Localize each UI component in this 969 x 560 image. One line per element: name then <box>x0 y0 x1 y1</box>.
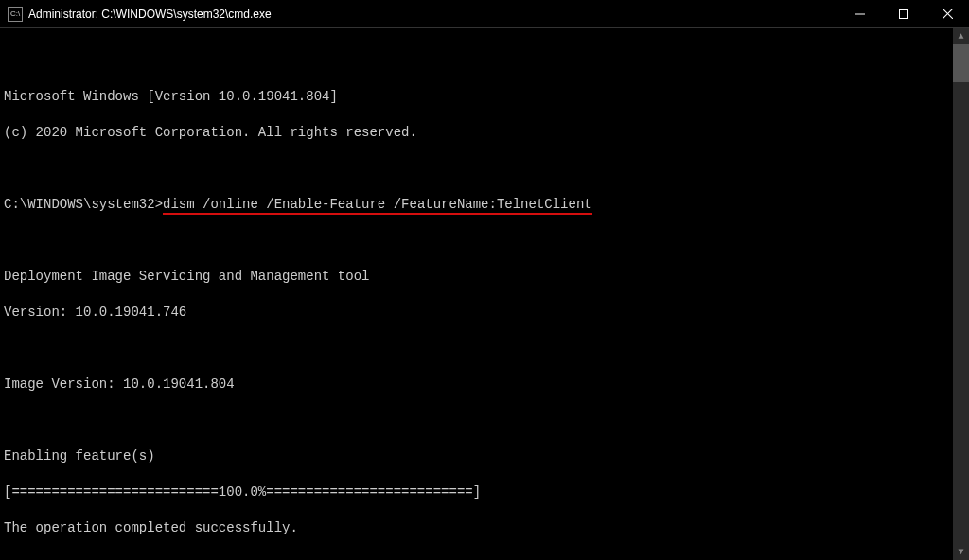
output-line: Deployment Image Servicing and Managemen… <box>4 268 949 286</box>
minimize-button[interactable] <box>838 0 882 27</box>
scroll-down-arrow[interactable]: ▼ <box>953 544 969 560</box>
prompt-path: C:\WINDOWS\system32> <box>4 197 163 212</box>
blank-line <box>4 232 949 250</box>
titlebar[interactable]: C:\ Administrator: C:\WINDOWS\system32\c… <box>0 0 969 28</box>
output-line: Version: 10.0.19041.746 <box>4 304 949 322</box>
window-controls <box>838 0 969 27</box>
vertical-scrollbar[interactable]: ▲ ▼ <box>953 28 969 560</box>
scroll-thumb[interactable] <box>953 44 969 82</box>
blank-line <box>4 160 949 178</box>
output-line: (c) 2020 Microsoft Corporation. All righ… <box>4 124 949 142</box>
entered-command: dism /online /Enable-Feature /FeatureNam… <box>163 197 592 215</box>
window-title: Administrator: C:\WINDOWS\system32\cmd.e… <box>28 8 272 21</box>
terminal-area[interactable]: Microsoft Windows [Version 10.0.19041.80… <box>0 28 969 560</box>
output-line: Enabling feature(s) <box>4 447 949 465</box>
output-line: Microsoft Windows [Version 10.0.19041.80… <box>4 88 949 106</box>
output-line: Image Version: 10.0.19041.804 <box>4 376 949 394</box>
blank-line <box>4 411 949 429</box>
maximize-button[interactable] <box>882 0 925 27</box>
svg-rect-1 <box>900 9 908 18</box>
scroll-up-arrow[interactable]: ▲ <box>953 28 969 44</box>
cmd-icon: C:\ <box>8 7 23 22</box>
close-button[interactable] <box>925 0 969 27</box>
output-line: The operation completed successfully. <box>4 519 949 537</box>
blank-line <box>4 340 949 358</box>
progress-line: [==========================100.0%=======… <box>4 483 949 501</box>
prompt-line: C:\WINDOWS\system32>dism /online /Enable… <box>4 196 949 214</box>
blank-line <box>4 555 949 560</box>
